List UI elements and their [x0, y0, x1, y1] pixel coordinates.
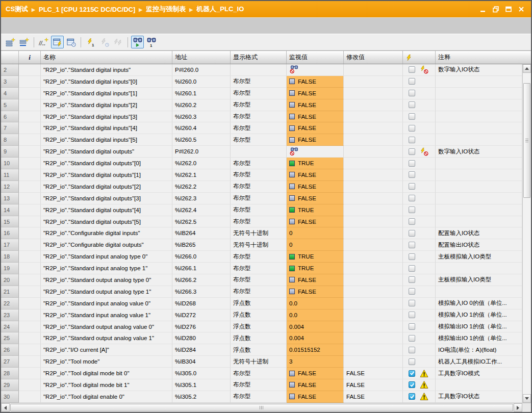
- row-number[interactable]: 12: [1, 181, 19, 193]
- force-cell[interactable]: [403, 158, 436, 169]
- tag-name-cell[interactable]: "R2P_io"."I/O current [A]": [41, 344, 172, 356]
- modify-value-cell[interactable]: [344, 193, 403, 204]
- modify-enable-checkbox[interactable]: [409, 125, 415, 132]
- tag-name-cell[interactable]: "R2P_io"."Standard digital outputs"[4]: [41, 204, 172, 216]
- modify-enable-checkbox[interactable]: [409, 381, 415, 388]
- horizontal-scroll-thumb[interactable]: [10, 404, 513, 411]
- address-cell[interactable]: %ID276: [172, 321, 231, 333]
- row-number[interactable]: 27: [1, 356, 19, 368]
- monitor-value-cell[interactable]: FALSE: [287, 134, 344, 146]
- address-cell[interactable]: %I262.1: [172, 169, 231, 181]
- force-cell[interactable]: [403, 134, 436, 146]
- breadcrumb-watch-tables[interactable]: 监控与强制表: [146, 5, 186, 14]
- display-format-cell[interactable]: 浮点数: [231, 309, 287, 321]
- tag-name-cell[interactable]: "R2P_io"."Standard input analog value 1": [41, 309, 172, 321]
- force-cell[interactable]: [403, 193, 436, 204]
- monitor-value-cell[interactable]: 0.004: [287, 332, 344, 344]
- address-cell[interactable]: %I260.2: [172, 99, 231, 111]
- header-address[interactable]: 地址: [172, 51, 231, 64]
- display-format-cell[interactable]: 布尔型: [231, 193, 287, 204]
- add-row-button[interactable]: [18, 36, 31, 48]
- address-cell[interactable]: %I262.0: [172, 158, 231, 169]
- comment-cell[interactable]: 模拟输入IO 0的值（单位...: [436, 298, 522, 309]
- monitor-value-cell[interactable]: FALSE: [287, 368, 344, 379]
- modify-enable-checkbox[interactable]: [409, 370, 415, 377]
- modify-enable-checkbox[interactable]: [409, 183, 415, 190]
- comment-cell[interactable]: [436, 263, 522, 274]
- force-cell[interactable]: [403, 391, 436, 403]
- address-cell[interactable]: %I260.0: [172, 76, 231, 88]
- display-format-cell[interactable]: 布尔型: [231, 263, 287, 274]
- modify-value-cell[interactable]: [344, 158, 403, 169]
- row-number[interactable]: 8: [1, 134, 19, 146]
- modify-value-cell[interactable]: [344, 64, 403, 76]
- row-number[interactable]: 2: [1, 64, 19, 76]
- monitor-value-cell[interactable]: [287, 146, 344, 158]
- row-number[interactable]: 19: [1, 263, 19, 274]
- force-cell[interactable]: [403, 181, 436, 193]
- address-cell[interactable]: %I305.0: [172, 368, 231, 379]
- force-cell[interactable]: [403, 99, 436, 111]
- row-number[interactable]: 5: [1, 99, 19, 111]
- display-format-cell[interactable]: 布尔型: [231, 379, 287, 391]
- comment-cell[interactable]: 数字输入IO状态: [436, 64, 522, 76]
- display-format-cell[interactable]: 浮点数: [231, 332, 287, 344]
- modify-enable-checkbox[interactable]: [409, 230, 415, 237]
- scroll-up-button[interactable]: [523, 64, 531, 73]
- tag-name-cell[interactable]: "R2P_io"."Standard digital outputs"[0]: [41, 158, 172, 169]
- address-cell[interactable]: %I260.1: [172, 88, 231, 99]
- monitor-value-cell[interactable]: FALSE: [287, 274, 344, 286]
- tag-name-cell[interactable]: "R2P_io"."Standard digital outputs"[3]: [41, 193, 172, 204]
- tag-name-cell[interactable]: "R2P_io"."Standard input analog type 1": [41, 263, 172, 274]
- monitor-value-cell[interactable]: FALSE: [287, 391, 344, 403]
- display-format-cell[interactable]: 布尔型: [231, 368, 287, 379]
- tag-name-cell[interactable]: "R2P_io"."Tool mode": [41, 356, 172, 368]
- modify-value-cell[interactable]: [344, 227, 403, 239]
- row-number[interactable]: 3: [1, 76, 19, 88]
- tag-name-cell[interactable]: "R2P_io"."Standard input analog value 0": [41, 298, 172, 309]
- comment-cell[interactable]: 模拟输出IO 1的值（单位...: [436, 332, 522, 344]
- monitor-value-cell[interactable]: FALSE: [287, 216, 344, 228]
- tag-name-cell[interactable]: "R2P_io"."Tool digital mode bit 0": [41, 368, 172, 379]
- tag-name-cell[interactable]: "R2P_io"."Standard output analog value 1…: [41, 332, 172, 344]
- address-cell[interactable]: %ID280: [172, 332, 231, 344]
- monitor-value-cell[interactable]: TRUE: [287, 158, 344, 169]
- force-cell[interactable]: [403, 111, 436, 123]
- force-cell[interactable]: [403, 263, 436, 274]
- modify-value-cell[interactable]: [344, 216, 403, 228]
- scroll-right-button[interactable]: [514, 403, 522, 412]
- tag-name-cell[interactable]: "R2P_io"."Standard digital inputs"[3]: [41, 111, 172, 123]
- row-number[interactable]: 30: [1, 391, 19, 403]
- address-cell[interactable]: P#I262.0: [172, 146, 231, 158]
- display-format-cell[interactable]: 无符号十进制: [231, 239, 287, 251]
- address-cell[interactable]: %IB265: [172, 239, 231, 251]
- modify-enable-checkbox[interactable]: [409, 312, 415, 318]
- display-format-cell[interactable]: 布尔型: [231, 111, 287, 123]
- force-cell[interactable]: [403, 122, 436, 134]
- row-number[interactable]: 10: [1, 158, 19, 169]
- row-number[interactable]: 15: [1, 216, 19, 228]
- comment-cell[interactable]: 工具数字IO状态: [436, 391, 522, 403]
- tag-name-cell[interactable]: "R2P_io"."Tool digital enable 0": [41, 391, 172, 403]
- row-number[interactable]: 23: [1, 309, 19, 321]
- modify-value-cell[interactable]: [344, 298, 403, 309]
- modify-enable-checkbox[interactable]: [409, 335, 415, 342]
- comment-cell[interactable]: [436, 379, 522, 391]
- force-cell[interactable]: [403, 379, 436, 391]
- modify-value-cell[interactable]: [344, 99, 403, 111]
- vertical-scroll-thumb[interactable]: [523, 83, 530, 198]
- tag-name-cell[interactable]: "R2P_io"."Standard digital outputs": [41, 146, 172, 158]
- display-format-cell[interactable]: 布尔型: [231, 158, 287, 169]
- modify-enable-checkbox[interactable]: [409, 148, 415, 155]
- address-cell[interactable]: %I262.5: [172, 216, 231, 228]
- address-cell[interactable]: %ID268: [172, 298, 231, 309]
- row-number[interactable]: 29: [1, 379, 19, 391]
- force-cell[interactable]: [403, 216, 436, 228]
- row-number[interactable]: 4: [1, 88, 19, 99]
- force-cell[interactable]: [403, 356, 436, 368]
- modify-enable-checkbox[interactable]: [409, 288, 415, 295]
- monitor-value-cell[interactable]: 0.004: [287, 321, 344, 333]
- comment-cell[interactable]: IO电流(单位：A)(float): [436, 344, 522, 356]
- row-number[interactable]: 17: [1, 239, 19, 251]
- address-cell[interactable]: %I262.2: [172, 181, 231, 193]
